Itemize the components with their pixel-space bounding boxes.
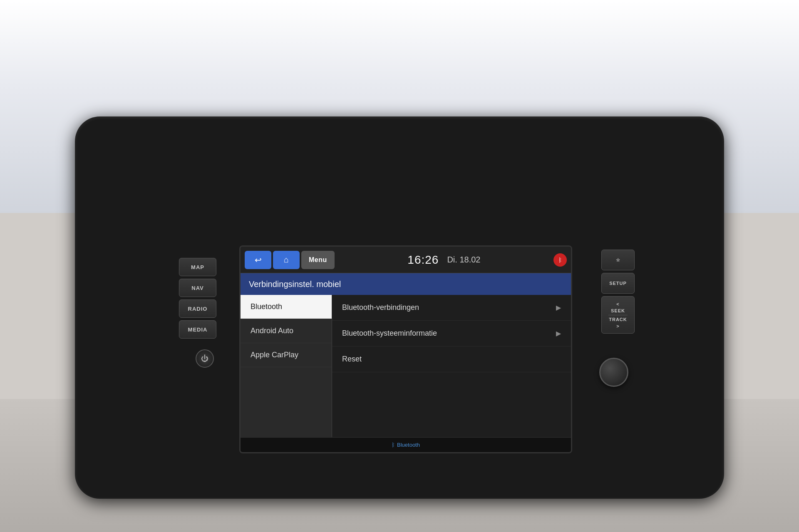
star-button[interactable]: ☆ xyxy=(601,250,635,270)
bluetooth-status: ᛒ Bluetooth xyxy=(392,442,420,448)
left-physical-buttons: MAP NAV RADIO MEDIA xyxy=(179,258,216,339)
home-icon: ⌂ xyxy=(284,255,289,265)
back-button[interactable]: ↩ xyxy=(245,251,271,269)
bt-sysinfo-label: Bluetooth-systeeminformatie xyxy=(342,329,437,338)
bt-connections-label: Bluetooth-verbindingen xyxy=(342,303,419,312)
sidebar-item-bluetooth[interactable]: Bluetooth xyxy=(241,295,332,319)
header-time-area: 16:26 Di. 18.02 xyxy=(336,253,552,267)
nav-button[interactable]: NAV xyxy=(179,279,216,297)
back-icon: ↩ xyxy=(255,255,262,265)
content-item-bt-sysinfo[interactable]: Bluetooth-systeeminformatie ▶ xyxy=(332,321,571,346)
date-display: Di. 18.02 xyxy=(447,255,480,265)
content-item-bt-connections[interactable]: Bluetooth-verbindingen ▶ xyxy=(332,295,571,321)
clock-display: 16:26 xyxy=(407,253,439,267)
bt-connections-arrow: ▶ xyxy=(556,304,561,312)
sidebar-menu: Bluetooth Android Auto Apple CarPlay xyxy=(241,295,332,437)
volume-knob-area xyxy=(599,358,628,387)
track-label: TRACK xyxy=(609,317,627,322)
bt-sysinfo-arrow: ▶ xyxy=(556,329,561,337)
seek-label: SEEK xyxy=(611,308,625,313)
map-button[interactable]: MAP xyxy=(179,258,216,276)
track-arrow-icon: > xyxy=(616,324,619,329)
seek-arrow-icon: < xyxy=(616,302,619,307)
bluetooth-status-label: Bluetooth xyxy=(397,442,420,448)
screen-header: ↩ ⌂ Menu 16:26 Di. 18.02 ᛒ xyxy=(241,247,571,273)
reset-label: Reset xyxy=(342,355,362,364)
menu-button[interactable]: Menu xyxy=(301,251,335,269)
right-physical-controls: ☆ SETUP < SEEK TRACK > xyxy=(601,250,635,334)
screen-content: Bluetooth Android Auto Apple CarPlay Blu… xyxy=(241,295,571,437)
sidebar-item-apple-carplay[interactable]: Apple CarPlay xyxy=(241,343,332,367)
content-menu: Bluetooth-verbindingen ▶ Bluetooth-syste… xyxy=(332,295,571,437)
screen-title: Verbindingsinstel. mobiel xyxy=(249,280,341,289)
menu-label: Menu xyxy=(309,256,327,264)
bt-header-icon: ᛒ xyxy=(558,257,562,263)
seek-track-button[interactable]: < SEEK TRACK > xyxy=(601,296,635,334)
volume-knob[interactable] xyxy=(599,358,628,387)
seek-track-divider xyxy=(608,315,628,315)
power-area: ⏻ xyxy=(196,349,214,368)
sidebar-item-android-auto[interactable]: Android Auto xyxy=(241,319,332,343)
radio-button[interactable]: RADIO xyxy=(179,299,216,318)
infotainment-screen: ↩ ⌂ Menu 16:26 Di. 18.02 ᛒ Verbindingsin… xyxy=(239,245,572,453)
power-button[interactable]: ⏻ xyxy=(196,349,214,368)
setup-button[interactable]: SETUP xyxy=(601,273,635,294)
content-item-reset[interactable]: Reset xyxy=(332,346,571,372)
setup-label: SETUP xyxy=(609,281,627,286)
screen-status-bar: ᛒ Bluetooth xyxy=(241,437,571,452)
bluetooth-status-icon-bottom: ᛒ xyxy=(392,442,395,448)
media-button[interactable]: MEDIA xyxy=(179,320,216,339)
home-button[interactable]: ⌂ xyxy=(273,251,300,269)
dashboard-surround: MAP NAV RADIO MEDIA ⏻ ↩ ⌂ Menu 16:26 Di.… xyxy=(75,116,724,499)
bluetooth-status-icon: ᛒ xyxy=(553,253,567,267)
star-icon: ☆ xyxy=(616,257,620,263)
screen-title-bar: Verbindingsinstel. mobiel xyxy=(241,273,571,295)
